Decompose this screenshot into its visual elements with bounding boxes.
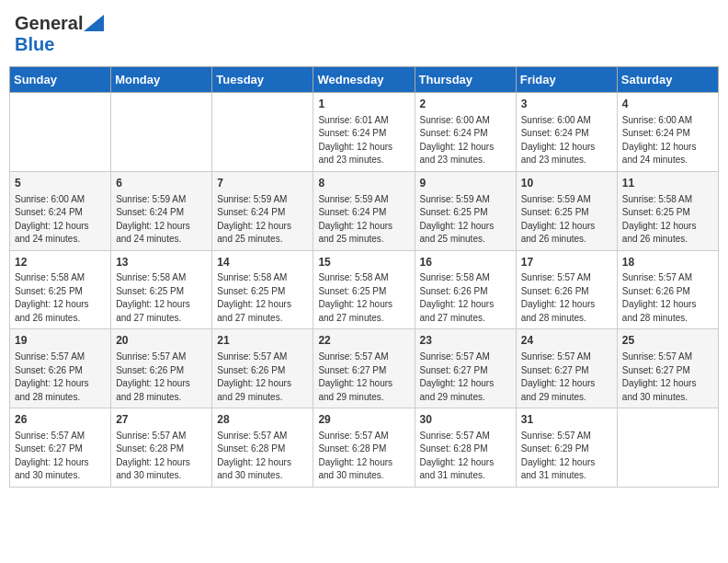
day-number: 2 — [420, 97, 511, 112]
day-number: 29 — [318, 412, 409, 428]
calendar-day-21: 21Sunrise: 5:57 AM Sunset: 6:26 PM Dayli… — [212, 329, 313, 408]
calendar-day-30: 30Sunrise: 5:57 AM Sunset: 6:28 PM Dayli… — [415, 408, 516, 488]
day-number: 10 — [521, 176, 612, 191]
day-info: Sunrise: 5:57 AM Sunset: 6:27 PM Dayligh… — [15, 430, 106, 483]
calendar-day-2: 2Sunrise: 6:00 AM Sunset: 6:24 PM Daylig… — [415, 93, 516, 172]
calendar-week-row: 5Sunrise: 6:00 AM Sunset: 6:24 PM Daylig… — [10, 171, 719, 250]
day-info: Sunrise: 6:00 AM Sunset: 6:24 PM Dayligh… — [420, 114, 511, 167]
weekday-header-saturday: Saturday — [617, 67, 718, 93]
calendar-header-row: SundayMondayTuesdayWednesdayThursdayFrid… — [10, 67, 719, 93]
day-info: Sunrise: 5:57 AM Sunset: 6:27 PM Dayligh… — [622, 350, 713, 404]
day-info: Sunrise: 5:58 AM Sunset: 6:26 PM Dayligh… — [420, 271, 511, 325]
day-number: 23 — [420, 333, 511, 349]
day-info: Sunrise: 5:59 AM Sunset: 6:25 PM Dayligh… — [521, 193, 612, 247]
day-number: 12 — [15, 255, 106, 270]
day-info: Sunrise: 5:57 AM Sunset: 6:27 PM Dayligh… — [521, 350, 612, 404]
day-info: Sunrise: 6:00 AM Sunset: 6:24 PM Dayligh… — [521, 114, 612, 167]
day-info: Sunrise: 5:57 AM Sunset: 6:26 PM Dayligh… — [217, 350, 308, 404]
day-number: 15 — [318, 255, 409, 270]
calendar-day-8: 8Sunrise: 5:59 AM Sunset: 6:24 PM Daylig… — [313, 171, 415, 250]
day-number: 11 — [622, 176, 713, 191]
calendar-empty-cell — [111, 93, 212, 172]
calendar-empty-cell — [10, 93, 111, 172]
day-info: Sunrise: 6:00 AM Sunset: 6:24 PM Dayligh… — [15, 193, 106, 247]
day-number: 5 — [15, 176, 106, 191]
calendar-day-22: 22Sunrise: 5:57 AM Sunset: 6:27 PM Dayli… — [313, 329, 415, 408]
calendar-empty-cell — [212, 93, 313, 172]
day-info: Sunrise: 6:00 AM Sunset: 6:24 PM Dayligh… — [622, 114, 713, 167]
day-info: Sunrise: 5:59 AM Sunset: 6:24 PM Dayligh… — [318, 193, 409, 247]
calendar-day-28: 28Sunrise: 5:57 AM Sunset: 6:28 PM Dayli… — [212, 408, 313, 488]
calendar-day-13: 13Sunrise: 5:58 AM Sunset: 6:25 PM Dayli… — [111, 250, 212, 329]
calendar-day-24: 24Sunrise: 5:57 AM Sunset: 6:27 PM Dayli… — [516, 329, 617, 408]
day-number: 1 — [318, 97, 409, 112]
calendar-day-17: 17Sunrise: 5:57 AM Sunset: 6:26 PM Dayli… — [516, 250, 617, 329]
calendar-day-31: 31Sunrise: 5:57 AM Sunset: 6:29 PM Dayli… — [516, 408, 617, 488]
day-info: Sunrise: 5:57 AM Sunset: 6:28 PM Dayligh… — [420, 430, 511, 483]
day-number: 8 — [318, 176, 409, 191]
day-info: Sunrise: 5:57 AM Sunset: 6:27 PM Dayligh… — [420, 350, 511, 404]
calendar-day-19: 19Sunrise: 5:57 AM Sunset: 6:26 PM Dayli… — [10, 329, 111, 408]
calendar-day-3: 3Sunrise: 6:00 AM Sunset: 6:24 PM Daylig… — [516, 93, 617, 172]
weekday-header-wednesday: Wednesday — [313, 67, 415, 93]
calendar-day-18: 18Sunrise: 5:57 AM Sunset: 6:26 PM Dayli… — [617, 250, 718, 329]
calendar-day-10: 10Sunrise: 5:59 AM Sunset: 6:25 PM Dayli… — [516, 171, 617, 250]
day-number: 3 — [521, 97, 612, 112]
day-number: 27 — [116, 412, 207, 428]
calendar-week-row: 12Sunrise: 5:58 AM Sunset: 6:25 PM Dayli… — [10, 250, 719, 329]
day-info: Sunrise: 5:59 AM Sunset: 6:25 PM Dayligh… — [420, 193, 511, 247]
calendar-day-29: 29Sunrise: 5:57 AM Sunset: 6:28 PM Dayli… — [313, 408, 415, 488]
weekday-header-friday: Friday — [516, 67, 617, 93]
calendar-week-row: 26Sunrise: 5:57 AM Sunset: 6:27 PM Dayli… — [10, 408, 719, 488]
calendar-empty-cell — [617, 408, 718, 488]
day-number: 9 — [420, 176, 511, 191]
weekday-header-tuesday: Tuesday — [212, 67, 313, 93]
day-number: 13 — [116, 255, 207, 270]
day-info: Sunrise: 5:57 AM Sunset: 6:26 PM Dayligh… — [15, 350, 106, 404]
day-info: Sunrise: 5:57 AM Sunset: 6:26 PM Dayligh… — [622, 271, 713, 325]
day-number: 19 — [15, 333, 106, 349]
svg-marker-0 — [84, 15, 104, 31]
day-info: Sunrise: 5:57 AM Sunset: 6:26 PM Dayligh… — [521, 271, 612, 325]
calendar-day-27: 27Sunrise: 5:57 AM Sunset: 6:28 PM Dayli… — [111, 408, 212, 488]
weekday-header-monday: Monday — [111, 67, 212, 93]
weekday-header-sunday: Sunday — [10, 67, 111, 93]
calendar-day-11: 11Sunrise: 5:58 AM Sunset: 6:25 PM Dayli… — [617, 171, 718, 250]
calendar-day-26: 26Sunrise: 5:57 AM Sunset: 6:27 PM Dayli… — [10, 408, 111, 488]
logo: General Blue — [15, 13, 104, 55]
day-number: 28 — [217, 412, 308, 428]
calendar-day-1: 1Sunrise: 6:01 AM Sunset: 6:24 PM Daylig… — [313, 93, 415, 172]
day-number: 21 — [217, 333, 308, 349]
day-number: 16 — [420, 255, 511, 270]
day-info: Sunrise: 5:58 AM Sunset: 6:25 PM Dayligh… — [116, 271, 207, 325]
day-info: Sunrise: 5:58 AM Sunset: 6:25 PM Dayligh… — [318, 271, 409, 325]
calendar-day-12: 12Sunrise: 5:58 AM Sunset: 6:25 PM Dayli… — [10, 250, 111, 329]
calendar-day-4: 4Sunrise: 6:00 AM Sunset: 6:24 PM Daylig… — [617, 93, 718, 172]
calendar-day-5: 5Sunrise: 6:00 AM Sunset: 6:24 PM Daylig… — [10, 171, 111, 250]
calendar-week-row: 1Sunrise: 6:01 AM Sunset: 6:24 PM Daylig… — [10, 93, 719, 172]
day-number: 24 — [521, 333, 612, 349]
day-info: Sunrise: 5:57 AM Sunset: 6:27 PM Dayligh… — [318, 350, 409, 404]
calendar-day-25: 25Sunrise: 5:57 AM Sunset: 6:27 PM Dayli… — [617, 329, 718, 408]
day-number: 20 — [116, 333, 207, 349]
day-number: 26 — [15, 412, 106, 428]
day-number: 17 — [521, 255, 612, 270]
day-number: 22 — [318, 333, 409, 349]
day-info: Sunrise: 5:58 AM Sunset: 6:25 PM Dayligh… — [15, 271, 106, 325]
logo-triangle-icon — [84, 15, 104, 31]
day-info: Sunrise: 5:57 AM Sunset: 6:29 PM Dayligh… — [521, 430, 612, 483]
day-info: Sunrise: 6:01 AM Sunset: 6:24 PM Dayligh… — [318, 114, 409, 167]
calendar-day-6: 6Sunrise: 5:59 AM Sunset: 6:24 PM Daylig… — [111, 171, 212, 250]
day-info: Sunrise: 5:58 AM Sunset: 6:25 PM Dayligh… — [217, 271, 308, 325]
weekday-header-thursday: Thursday — [415, 67, 516, 93]
day-number: 7 — [217, 176, 308, 191]
calendar-day-23: 23Sunrise: 5:57 AM Sunset: 6:27 PM Dayli… — [415, 329, 516, 408]
day-number: 6 — [116, 176, 207, 191]
day-number: 31 — [521, 412, 612, 428]
calendar-day-14: 14Sunrise: 5:58 AM Sunset: 6:25 PM Dayli… — [212, 250, 313, 329]
day-info: Sunrise: 5:57 AM Sunset: 6:28 PM Dayligh… — [116, 430, 207, 483]
day-number: 14 — [217, 255, 308, 270]
calendar-day-15: 15Sunrise: 5:58 AM Sunset: 6:25 PM Dayli… — [313, 250, 415, 329]
calendar-week-row: 19Sunrise: 5:57 AM Sunset: 6:26 PM Dayli… — [10, 329, 719, 408]
day-number: 25 — [622, 333, 713, 349]
